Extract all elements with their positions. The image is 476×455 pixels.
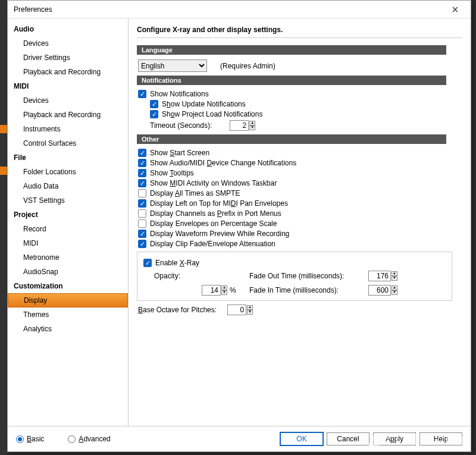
sidebar-category-file: File [8,150,128,165]
sidebar-category-customization: Customization [8,279,128,293]
sidebar-category-project: Project [8,208,128,222]
dialog-body: Audio Devices Driver Settings Playback a… [8,18,471,426]
sidebar-category-audio: Audio [8,22,128,36]
percent-label: Display Envelopes on Percentage Scale [150,219,277,228]
percent-checkbox[interactable] [138,219,146,228]
smpte-label: Display All Times as SMPTE [150,189,240,197]
prefix-label: Display Channels as Prefix in Port Menus [150,209,281,218]
page-heading: Configure X-ray and other display settin… [137,26,462,34]
section-notifications: Notifications [137,76,446,85]
base-octave-label: Base Octave for Pitches: [138,306,217,314]
basic-radio[interactable]: Basic [16,435,44,443]
pan-envelopes-checkbox[interactable] [138,199,146,208]
sidebar-item-playback-recording[interactable]: Playback and Recording [8,65,128,79]
enable-xray-label: Enable X-Ray [155,259,199,267]
opacity-spinner[interactable]: ▲▼ [221,285,227,295]
sidebar-item-control-surfaces[interactable]: Control Surfaces [8,136,128,150]
radio-dot-icon [16,435,24,443]
waveform-checkbox[interactable] [138,230,146,238]
base-octave-input[interactable] [227,305,246,315]
base-octave-spinner[interactable]: ▲▼ [247,305,253,315]
tooltips-checkbox[interactable] [138,169,146,177]
show-notifications-label: Show Notifications [150,90,209,98]
clipfade-label: Display Clip Fade/Envelope Attenuation [150,240,275,248]
smpte-checkbox[interactable] [138,189,146,197]
cancel-button[interactable]: Cancel [327,432,369,445]
sidebar-item-driver-settings[interactable]: Driver Settings [8,51,128,65]
sidebar-item-themes[interactable]: Themes [8,307,128,322]
section-language: Language [137,45,446,55]
titlebar: Preferences [8,1,471,18]
timeout-input[interactable] [230,120,249,131]
sidebar-item-folder-locations[interactable]: Folder Locations [8,165,128,179]
opacity-input[interactable] [202,285,221,296]
sidebar-category-midi: MIDI [8,79,128,93]
prefix-checkbox[interactable] [138,209,146,218]
sidebar-item-midi-devices[interactable]: Devices [8,93,128,108]
advanced-label: Advanced [79,435,110,443]
sidebar-item-record[interactable]: Record [8,222,128,236]
sidebar: Audio Devices Driver Settings Playback a… [8,18,129,426]
sidebar-item-vst-settings[interactable]: VST Settings [8,193,128,208]
sidebar-item-audiosnap[interactable]: AudioSnap [8,265,128,279]
show-update-notifications-checkbox[interactable] [150,100,158,108]
ok-button[interactable]: OK [280,432,323,445]
show-update-notifications-label: Show Update Notifications [162,100,246,108]
help-button[interactable]: Help [419,432,462,445]
clipfade-checkbox[interactable] [138,240,146,248]
preferences-dialog: Preferences Audio Devices Driver Setting… [7,0,471,452]
show-notifications-checkbox[interactable] [138,90,146,98]
pan-envelopes-label: Display Left on Top for MIDI Pan Envelop… [150,199,288,208]
sidebar-item-devices[interactable]: Devices [8,36,128,51]
device-change-checkbox[interactable] [138,159,146,167]
device-change-label: Show Audio/MIDI Device Change Notificati… [150,159,296,167]
timeout-spinner[interactable]: ▲▼ [249,121,255,130]
fadeout-spinner[interactable]: ▲▼ [392,271,397,281]
apply-button[interactable]: Apply [373,432,416,445]
xray-group: Enable X-Ray Opacity: Fade Out Time (mil… [137,252,452,301]
sidebar-item-project-midi[interactable]: MIDI [8,236,128,250]
section-other: Other [137,134,446,144]
sidebar-item-analytics[interactable]: Analytics [8,322,128,336]
tooltips-label: Show Tooltips [150,169,194,177]
fadein-spinner[interactable]: ▲▼ [392,285,397,295]
sidebar-item-metronome[interactable]: Metronome [8,250,128,265]
sidebar-item-audio-data[interactable]: Audio Data [8,179,128,193]
show-project-load-notifications-checkbox[interactable] [150,110,158,118]
window-title: Preferences [14,5,52,14]
sidebar-item-display[interactable]: Display [8,293,128,307]
content-panel: Configure X-ray and other display settin… [129,18,471,426]
opacity-label: Opacity: [154,272,202,280]
sidebar-item-instruments[interactable]: Instruments [8,122,128,136]
timeout-label: Timeout (Seconds): [150,121,212,130]
show-project-load-notifications-label: Show Project Load Notifications [162,110,262,118]
opacity-pct: % [230,286,236,294]
sidebar-item-midi-playback[interactable]: Playback and Recording [8,108,128,122]
fadein-field[interactable]: ▲▼ [368,285,404,296]
start-screen-checkbox[interactable] [138,149,146,157]
enable-xray-checkbox[interactable] [143,259,152,267]
fadein-label: Fade In Time (milliseconds): [249,286,368,294]
fadeout-label: Fade Out Time (milliseconds): [249,272,368,280]
waveform-label: Display Waveform Preview While Recording [150,230,289,238]
admin-note: (Requires Admin) [220,62,275,70]
radio-dot-icon [68,435,76,443]
timeout-field[interactable]: ▲▼ [230,120,255,131]
midi-activity-label: Show MIDI Activity on Windows Taskbar [150,179,277,187]
close-button[interactable] [446,4,465,15]
footer: Basic Advanced OK Cancel Apply Help [8,426,471,451]
start-screen-label: Show Start Screen [150,149,209,157]
fadeout-field[interactable]: ▲▼ [368,271,404,281]
basic-label: Basic [27,435,44,443]
language-select[interactable]: English [138,59,207,72]
fadein-input[interactable] [368,285,391,296]
close-icon [452,7,458,12]
opacity-field[interactable]: ▲▼ [202,285,227,296]
advanced-radio[interactable]: Advanced [68,435,110,443]
fadeout-input[interactable] [368,271,391,281]
midi-activity-checkbox[interactable] [138,179,146,187]
base-octave-field[interactable]: ▲▼ [227,305,253,315]
